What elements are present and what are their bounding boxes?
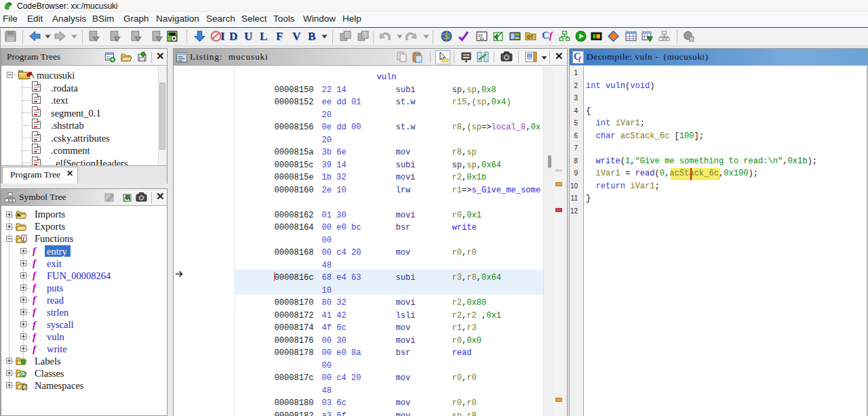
svg-text:C: C [21,371,25,377]
svg-text:01: 01 [479,37,484,41]
svg-text:DT: DT [527,35,534,39]
svg-text:{}: {} [21,384,27,391]
